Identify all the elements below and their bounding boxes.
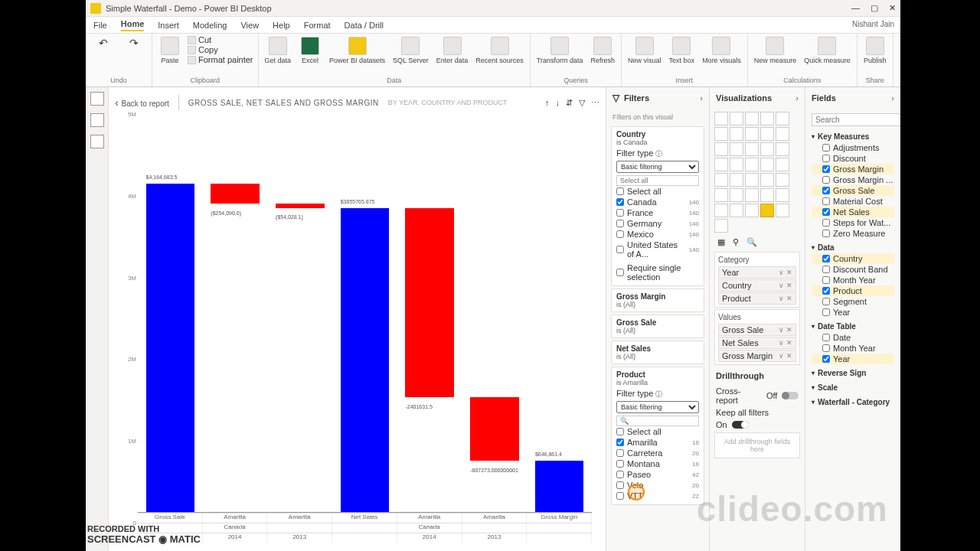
- filter-item[interactable]: Amarilla18: [616, 437, 699, 448]
- viz-type-icon[interactable]: [745, 112, 759, 126]
- table-header[interactable]: Date Table: [812, 321, 894, 332]
- viz-type-icon[interactable]: [714, 173, 728, 187]
- back-to-report[interactable]: Back to report: [115, 96, 169, 109]
- fields-tab-icon[interactable]: ▦: [717, 237, 725, 247]
- new-visual-button[interactable]: New visual: [626, 35, 663, 66]
- field-item[interactable]: Gross Sale: [812, 185, 894, 196]
- filter-item[interactable]: United States of A...140: [616, 240, 699, 259]
- field-item[interactable]: Discount Band: [812, 264, 894, 275]
- viz-type-icon[interactable]: [730, 173, 743, 187]
- transform-data-button[interactable]: Transform data: [535, 35, 585, 66]
- field-item[interactable]: Zero Measure: [812, 228, 894, 239]
- waterfall-chart[interactable]: 01M2M3M4M5M $4,164,683.5($254,090.0)($54…: [138, 118, 592, 543]
- viz-type-icon[interactable]: [776, 142, 789, 156]
- field-pill[interactable]: Year∨ ✕: [718, 266, 796, 279]
- field-item[interactable]: Month Year: [812, 275, 894, 285]
- viz-type-icon[interactable]: [776, 188, 789, 202]
- viz-type-icon[interactable]: [776, 173, 789, 187]
- bar-Amarilla-1[interactable]: [211, 184, 260, 204]
- viz-type-icon[interactable]: [760, 173, 774, 187]
- tab-file[interactable]: File: [93, 21, 107, 30]
- redo-button[interactable]: ↷: [121, 35, 147, 51]
- new-measure-button[interactable]: New measure: [753, 35, 799, 66]
- bar-Amarilla-4[interactable]: [470, 397, 519, 461]
- filter-product[interactable]: Product is Amarilla Filter type ⓘ Basic …: [611, 367, 704, 505]
- cross-report-toggle[interactable]: [782, 392, 799, 399]
- tab-home[interactable]: Home: [121, 19, 145, 31]
- filter-country[interactable]: Country is Canada Filter type ⓘ Basic fi…: [611, 126, 704, 286]
- filter-icon[interactable]: ▽: [579, 98, 585, 108]
- viz-type-icon[interactable]: [745, 204, 759, 217]
- copy-button[interactable]: Copy: [188, 45, 253, 54]
- table-header[interactable]: Data: [812, 242, 894, 253]
- field-item[interactable]: Adjustments: [812, 142, 894, 153]
- field-pill[interactable]: Country∨ ✕: [718, 279, 796, 292]
- fields-collapse-icon[interactable]: ›: [891, 93, 894, 103]
- field-pill[interactable]: Net Sales∨ ✕: [718, 337, 796, 349]
- excel-button[interactable]: Excel: [297, 35, 323, 66]
- field-item[interactable]: Steps for Wat...: [812, 217, 894, 228]
- viz-type-icon[interactable]: [760, 188, 774, 202]
- data-view-icon[interactable]: [90, 113, 104, 127]
- filter-item[interactable]: Germany140: [616, 218, 699, 229]
- field-item[interactable]: Date: [812, 332, 894, 343]
- filters-collapse-icon[interactable]: ›: [700, 93, 703, 103]
- bar-Gross Margin[interactable]: [535, 461, 584, 512]
- viz-type-icon[interactable]: [730, 142, 743, 156]
- model-view-icon[interactable]: [90, 135, 104, 148]
- product-filter-type[interactable]: Basic filtering: [616, 401, 699, 413]
- table-header[interactable]: Reverse Sign: [812, 367, 894, 379]
- viz-type-icon[interactable]: [730, 158, 743, 171]
- tab-insert[interactable]: Insert: [158, 21, 179, 30]
- drill-down-icon[interactable]: ↓: [556, 98, 560, 108]
- field-item[interactable]: Net Sales: [812, 207, 894, 217]
- get-data-button[interactable]: Get data: [263, 35, 293, 66]
- field-item[interactable]: Discount: [812, 153, 894, 164]
- sql-button[interactable]: SQL Server: [391, 35, 430, 66]
- keep-filters-toggle[interactable]: [732, 421, 749, 429]
- filter-gross-margin[interactable]: Gross Marginis (All): [611, 289, 704, 312]
- recent-sources-button[interactable]: Recent sources: [474, 35, 525, 66]
- close-button[interactable]: ✕: [889, 3, 896, 13]
- field-item[interactable]: Material Cost: [812, 196, 894, 207]
- filter-net-sales[interactable]: Net Salesis (All): [611, 341, 704, 364]
- viz-type-icon[interactable]: [714, 219, 728, 233]
- viz-type-icon[interactable]: [776, 127, 789, 141]
- bar-Amarilla-2[interactable]: [276, 204, 325, 208]
- fields-search[interactable]: [812, 113, 900, 126]
- pbi-datasets-button[interactable]: Power BI datasets: [328, 35, 387, 66]
- more-visuals-button[interactable]: More visuals: [701, 35, 743, 66]
- tab-modeling[interactable]: Modeling: [193, 21, 227, 30]
- viz-type-icon[interactable]: [714, 158, 728, 171]
- bar-Gross Sale[interactable]: [146, 184, 195, 512]
- filter-item[interactable]: Canada140: [616, 197, 699, 207]
- publish-button[interactable]: Publish: [862, 35, 888, 66]
- viz-type-icon[interactable]: [760, 158, 774, 171]
- field-item[interactable]: Segment: [812, 296, 894, 307]
- field-item[interactable]: Product: [812, 285, 894, 296]
- tab-help[interactable]: Help: [273, 21, 290, 30]
- bar-Net Sales[interactable]: [341, 208, 390, 512]
- filter-item[interactable]: Paseo42: [616, 469, 699, 480]
- filter-item[interactable]: Carretera20: [616, 448, 699, 458]
- viz-type-icon[interactable]: [745, 188, 759, 202]
- viz-type-icon[interactable]: [760, 112, 774, 126]
- country-search[interactable]: [616, 175, 699, 186]
- field-pill[interactable]: Gross Sale∨ ✕: [718, 324, 796, 336]
- viz-type-icon[interactable]: [745, 158, 759, 171]
- field-item[interactable]: Gross Margin ...: [812, 174, 894, 185]
- quick-measure-button[interactable]: Quick measure: [802, 35, 852, 66]
- field-pill[interactable]: Product∨ ✕: [718, 292, 796, 305]
- bar-Amarilla-3[interactable]: [405, 208, 454, 397]
- format-tab-icon[interactable]: ⚲: [733, 237, 739, 247]
- viz-type-icon[interactable]: [730, 204, 743, 217]
- viz-type-icon[interactable]: [745, 173, 759, 187]
- paste-button[interactable]: Paste: [157, 35, 183, 66]
- field-item[interactable]: Year: [812, 354, 894, 364]
- tab-datadrill[interactable]: Data / Drill: [345, 21, 384, 30]
- text-box-button[interactable]: Text box: [668, 35, 697, 66]
- more-icon[interactable]: ⋯: [591, 98, 599, 108]
- viz-type-icon[interactable]: [714, 127, 728, 141]
- filter-type-select[interactable]: Basic filtering: [616, 161, 699, 173]
- viz-type-icon[interactable]: [730, 188, 743, 202]
